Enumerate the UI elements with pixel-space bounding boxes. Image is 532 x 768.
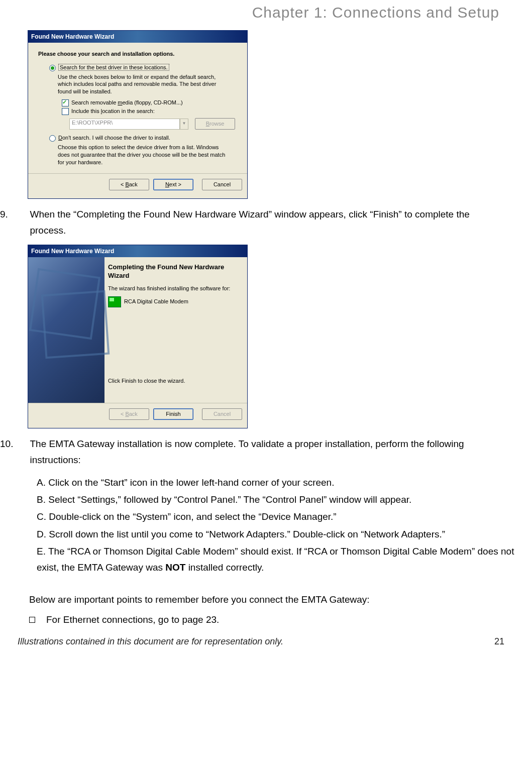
substep-c: C. Double-click on the “System” icon, an…: [37, 509, 514, 525]
page-number: 21: [494, 636, 504, 647]
complete-heading: Completing the Found New Hardware Wizard: [108, 263, 244, 280]
chapter-title: Chapter 1: Connections and Setup: [0, 4, 499, 21]
dialog-instruction: Please choose your search and installati…: [28, 43, 247, 62]
wizard-dialog-complete: Found New Hardware Wizard Completing the…: [28, 245, 248, 428]
square-bullet-icon: [29, 617, 35, 623]
cancel-button[interactable]: Cancel: [202, 179, 242, 190]
step-text-10: The EMTA Gateway installation is now com…: [30, 436, 502, 469]
check-include-location[interactable]: Include this location in the search:: [62, 108, 236, 115]
page-footer: Illustrations contained in this document…: [18, 636, 504, 647]
dialog-titlebar: Found New Hardware Wizard: [28, 245, 247, 257]
radio-dont-search[interactable]: Don't search. I will choose the driver t…: [49, 135, 236, 142]
device-row: RCA Digital Cable Modem: [108, 296, 244, 307]
radio-dont-search-desc: Choose this option to select the device …: [58, 144, 231, 166]
substep-b: B. Select “Settings,” followed by “Contr…: [37, 492, 514, 508]
checkbox-icon: [62, 99, 69, 106]
browse-button[interactable]: Browse: [195, 118, 235, 130]
back-button: < Back: [109, 408, 149, 420]
dropdown-icon: ▼: [180, 119, 188, 130]
substep-d: D. Scroll down the list until you come t…: [37, 526, 514, 542]
back-button[interactable]: < Back: [109, 179, 149, 190]
finish-button[interactable]: Finish: [153, 408, 193, 420]
wizard-side-graphic: [28, 257, 104, 403]
next-button[interactable]: Next >: [153, 179, 193, 190]
checkbox-icon: [62, 108, 69, 115]
wizard-dialog-search: Found New Hardware Wizard Please choose …: [28, 30, 248, 199]
radio-search-best[interactable]: Search for the best driver in these loca…: [49, 64, 236, 71]
substep-a: A. Click on the “Start” icon in the lowe…: [37, 475, 514, 491]
bullet-ethernet: For Ethernet connections, go to page 23.: [29, 614, 514, 625]
complete-subtext: The wizard has finished installing the s…: [108, 285, 244, 291]
step-number-9: 9.: [0, 206, 20, 223]
note-line: Below are important points to remember b…: [29, 594, 514, 605]
cancel-button: Cancel: [202, 408, 242, 420]
substep-e: E. The “RCA or Thomson Digital Cable Mod…: [37, 543, 514, 576]
step-text-9: When the “Completing the Found New Hardw…: [30, 206, 502, 239]
device-icon: [108, 296, 121, 307]
check-removable-media[interactable]: Search removable media (floppy, CD-ROM..…: [62, 99, 236, 106]
dialog-titlebar: Found New Hardware Wizard: [28, 31, 247, 43]
radio-search-desc: Use the check boxes below to limit or ex…: [58, 73, 231, 96]
radio-icon: [49, 65, 56, 71]
click-finish-text: Click Finish to close the wizard.: [108, 378, 244, 384]
step-number-10: 10.: [0, 436, 20, 452]
radio-icon: [49, 135, 56, 142]
path-input: E:\ROOT\XPPR\: [69, 119, 180, 130]
